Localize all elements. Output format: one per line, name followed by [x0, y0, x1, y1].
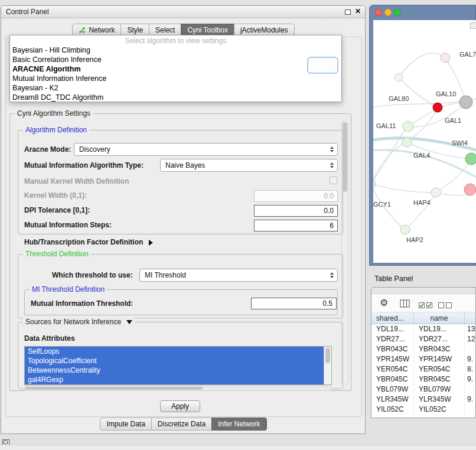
mi-threshold-field[interactable]: 0.5 — [251, 298, 337, 309]
cell-value[interactable]: 13 — [465, 324, 476, 334]
minimize-button[interactable] — [384, 9, 392, 16]
cell-name[interactable]: YPR145W — [414, 354, 465, 364]
dropdown-item[interactable]: Bayesian - K2 — [10, 83, 341, 93]
cell-name[interactable]: YDL19... — [414, 324, 465, 334]
network-node[interactable] — [400, 225, 410, 234]
cell-shared-name[interactable]: YDR27... — [371, 334, 414, 344]
which-threshold-combobox[interactable]: MI Threshold — [139, 269, 338, 282]
data-attributes-list[interactable]: SelfLoops TopologicalCoefficient Between… — [24, 346, 332, 385]
cell-value[interactable] — [465, 405, 476, 415]
apply-button[interactable]: Apply — [160, 400, 200, 412]
column-header-name[interactable]: name — [414, 312, 465, 324]
network-node[interactable] — [395, 73, 403, 81]
dropdown-item[interactable]: Mutual Information Inference — [10, 74, 341, 83]
table-row[interactable]: YPR145W YPR145W 9. — [371, 354, 475, 364]
float-window-icon[interactable] — [345, 9, 351, 15]
hub-section-toggle[interactable]: Hub/Transcription Factor Definition — [24, 238, 153, 246]
network-node-pink[interactable] — [464, 184, 476, 195]
close-icon[interactable]: ✕ — [355, 7, 361, 15]
network-node[interactable] — [403, 121, 413, 132]
tab-infer-network[interactable]: Infer Network — [211, 418, 266, 431]
scrollbar-thumb[interactable] — [325, 348, 330, 363]
list-item[interactable]: BetweennessCentrality — [25, 366, 324, 375]
cell-shared-name[interactable]: YER054C — [371, 364, 414, 374]
table-row[interactable]: YIL052C YIL052C — [371, 405, 475, 415]
cell-name[interactable]: YLR345W — [414, 394, 465, 405]
mi-threshold-label: Mutual Information Threshold: — [31, 299, 133, 308]
cell-value[interactable]: 9. — [465, 374, 476, 384]
cell-shared-name[interactable]: YPR145W — [371, 354, 414, 364]
column-header-shared-name[interactable]: shared... — [371, 312, 414, 324]
tab-discretize-data[interactable]: Discretize Data — [151, 418, 212, 431]
cell-name[interactable]: YER054C — [414, 364, 465, 374]
network-node[interactable] — [459, 96, 472, 109]
zoom-button[interactable] — [394, 9, 401, 16]
network-node[interactable] — [402, 138, 412, 147]
cell-value[interactable]: 12 — [465, 334, 476, 344]
gear-icon[interactable]: ⚙ — [380, 297, 388, 308]
cell-shared-name[interactable]: YDL19... — [371, 324, 414, 334]
spinner-arrows-icon[interactable] — [330, 162, 334, 168]
cell-name[interactable]: YDR27... — [414, 334, 465, 344]
list-item[interactable]: gal4RGexp — [25, 375, 324, 384]
network-canvas[interactable]: GAL7 GAL80 GAL10 GAL11 GAL1 SWI4 GAL4 GC… — [373, 20, 476, 263]
combobox-value: Discovery — [79, 145, 110, 154]
network-node[interactable] — [441, 53, 450, 63]
table-row[interactable]: YER054C YER054C 8. — [371, 364, 475, 374]
network-node[interactable] — [373, 179, 376, 188]
dropdown-item[interactable]: Dream8 DC_TDC Algorithm — [10, 93, 341, 102]
collapse-down-icon[interactable] — [126, 320, 132, 324]
table-row[interactable]: YLR345W YLR345W 9. — [371, 394, 475, 405]
table-row[interactable]: YDR27... YDR27... 12 — [371, 334, 475, 344]
view-corner-button[interactable] — [470, 22, 476, 29]
columns-icon[interactable] — [400, 299, 410, 310]
focused-control[interactable] — [307, 57, 338, 74]
list-item[interactable]: SelfLoops — [25, 347, 324, 356]
cell-shared-name[interactable]: YLR345W — [371, 394, 414, 405]
scrollbar-thumb[interactable] — [25, 387, 203, 390]
network-node[interactable] — [431, 188, 441, 197]
expand-right-icon[interactable] — [149, 240, 153, 246]
cell-shared-name[interactable]: YIL052C — [371, 405, 414, 415]
list-item[interactable]: TopologicalCoefficient — [25, 356, 324, 366]
scrollbar-thumb[interactable] — [343, 122, 347, 192]
list-vertical-scrollbar[interactable] — [324, 347, 331, 384]
cell-value[interactable]: 8. — [465, 364, 476, 374]
list-horizontal-scrollbar[interactable] — [24, 386, 332, 391]
tab-impute-data[interactable]: Impute Data — [100, 418, 151, 431]
aracne-mode-combobox[interactable]: Discovery — [74, 143, 338, 156]
dropdown-item[interactable]: Bayesian - Hill Climbing — [10, 45, 341, 55]
deselect-all-checkboxes-icon[interactable] — [438, 301, 452, 311]
cell-name[interactable]: YIL052C — [414, 405, 465, 415]
sources-toggle[interactable]: Sources for Network Inference — [23, 318, 135, 326]
group-title: Threshold Definition — [23, 250, 91, 258]
close-button[interactable] — [375, 9, 382, 16]
control-panel-titlebar[interactable]: Control Panel ✕ — [1, 6, 365, 18]
table-row[interactable]: YBR043C YBR043C — [371, 344, 475, 354]
select-all-checkboxes-icon[interactable] — [419, 301, 433, 311]
cell-value[interactable]: 9. — [465, 354, 476, 364]
network-node-green[interactable] — [465, 153, 476, 165]
mi-type-label: Mutual Information Algorithm Type: — [24, 161, 144, 169]
dropdown-item-selected[interactable]: ARACNE Algorithm — [10, 64, 341, 74]
spinner-arrows-icon[interactable] — [330, 146, 334, 152]
cell-value[interactable] — [465, 344, 476, 354]
network-node-red[interactable] — [433, 103, 442, 112]
dropdown-item[interactable]: Basic Correlation Inference — [10, 55, 341, 64]
cell-value[interactable]: 9. — [465, 394, 476, 405]
cell-value[interactable] — [465, 384, 476, 394]
dpi-tolerance-field[interactable]: 0.0 — [254, 205, 338, 217]
cell-name[interactable]: YBL079W — [414, 384, 465, 394]
column-header-clipped[interactable] — [465, 312, 476, 324]
cell-shared-name[interactable]: YBR045C — [371, 374, 414, 384]
table-row[interactable]: YBL079W YBL079W — [371, 384, 475, 394]
spinner-arrows-icon[interactable] — [330, 272, 334, 278]
cell-shared-name[interactable]: YBR043C — [371, 344, 414, 354]
cell-name[interactable]: YBR045C — [414, 374, 465, 384]
cell-name[interactable]: YBR043C — [414, 344, 465, 354]
mi-steps-field[interactable]: 6 — [254, 220, 338, 231]
cell-shared-name[interactable]: YBL079W — [371, 384, 414, 394]
table-row[interactable]: YBR045C YBR045C 9. — [371, 374, 475, 384]
mi-type-combobox[interactable]: Naive Bayes — [160, 159, 338, 172]
table-row[interactable]: YDL19... YDL19... 13 — [371, 324, 475, 334]
